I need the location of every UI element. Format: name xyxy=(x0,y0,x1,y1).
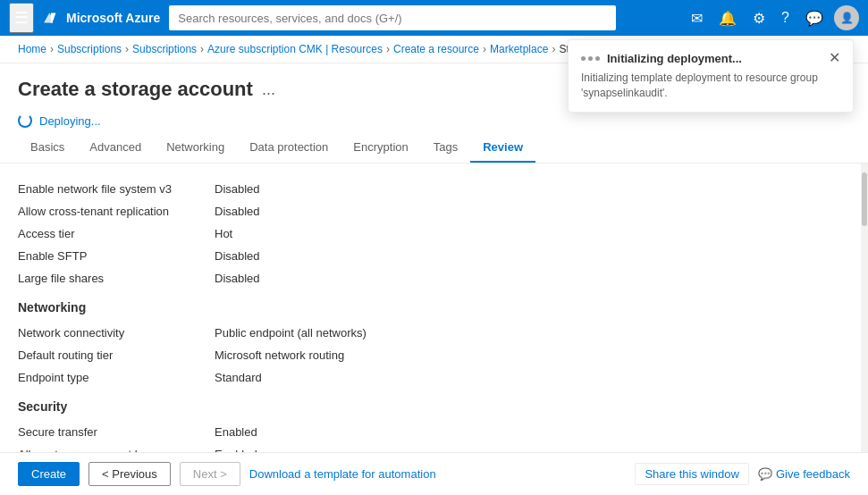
row-sftp: Enable SFTP Disabled xyxy=(18,245,843,267)
download-template-link[interactable]: Download a template for automation xyxy=(249,467,436,481)
breadcrumb-sep-5: › xyxy=(483,43,486,55)
tab-networking[interactable]: Networking xyxy=(154,133,237,163)
label-sftp: Enable SFTP xyxy=(18,249,215,263)
breadcrumb-marketplace[interactable]: Marketplace xyxy=(490,43,548,55)
row-access-tier: Access tier Hot xyxy=(18,222,843,245)
content-area: Enable network file system v3 Disabled A… xyxy=(0,164,868,480)
notification-body: Initializing template deployment to reso… xyxy=(581,71,840,101)
breadcrumb-home[interactable]: Home xyxy=(18,43,46,55)
tab-encryption[interactable]: Encryption xyxy=(341,133,420,163)
row-nfs: Enable network file system v3 Disabled xyxy=(18,178,843,200)
breadcrumb-sep-3: › xyxy=(200,43,204,55)
value-large-file: Disabled xyxy=(215,272,260,285)
value-network-connectivity: Public endpoint (all networks) xyxy=(215,326,367,340)
tab-data-protection[interactable]: Data protection xyxy=(237,133,341,163)
give-feedback-button[interactable]: 💬 Give feedback xyxy=(758,467,850,481)
scrollbar[interactable] xyxy=(861,164,868,480)
row-network-connectivity: Network connectivity Public endpoint (al… xyxy=(18,322,843,344)
value-secure-transfer: Enabled xyxy=(215,425,257,439)
security-section-title: Security xyxy=(18,399,843,414)
breadcrumb-sep-6: › xyxy=(552,43,555,55)
tab-basics[interactable]: Basics xyxy=(18,133,77,163)
value-routing-tier: Microsoft network routing xyxy=(215,348,344,362)
previous-button[interactable]: < Previous xyxy=(88,462,171,486)
dot-2 xyxy=(588,56,593,61)
value-cross-tenant: Disabled xyxy=(215,205,260,218)
breadcrumb-cmk[interactable]: Azure subscription CMK | Resources xyxy=(207,43,383,55)
page-dots-menu[interactable]: ... xyxy=(262,80,275,99)
notification-title-row: Initializing deployment... xyxy=(581,52,742,65)
notification-close-button[interactable]: ✕ xyxy=(829,51,840,65)
topbar-icons: ✉ 🔔 ⚙ ? 💬 👤 xyxy=(686,5,859,30)
content-main: Enable network file system v3 Disabled A… xyxy=(0,164,861,480)
main-container: Create a storage account ... Deploying..… xyxy=(0,63,868,492)
help-button[interactable]: ? xyxy=(776,6,795,29)
notification-dots xyxy=(581,56,600,61)
label-large-file: Large file shares xyxy=(18,272,215,285)
search-input[interactable] xyxy=(169,5,616,30)
label-routing-tier: Default routing tier xyxy=(18,348,215,362)
scrollbar-track xyxy=(861,172,868,489)
breadcrumb-create-resource[interactable]: Create a resource xyxy=(393,43,479,55)
feedback-icon: 💬 xyxy=(758,467,772,481)
row-routing-tier: Default routing tier Microsoft network r… xyxy=(18,344,843,366)
azure-logo-icon xyxy=(43,9,61,27)
next-button: Next > xyxy=(180,462,240,486)
row-large-file: Large file shares Disabled xyxy=(18,267,843,289)
logo-text: Microsoft Azure xyxy=(66,11,160,25)
tab-review[interactable]: Review xyxy=(470,133,535,163)
tabs: Basics Advanced Networking Data protecti… xyxy=(0,133,868,164)
deploying-label: Deploying... xyxy=(39,114,101,128)
row-cross-tenant: Allow cross-tenant replication Disabled xyxy=(18,200,843,222)
hamburger-button[interactable]: ☰ xyxy=(9,3,34,33)
share-window-button[interactable]: Share this window xyxy=(635,463,749,485)
label-network-connectivity: Network connectivity xyxy=(18,326,215,340)
dot-1 xyxy=(581,56,586,61)
deploying-spinner-icon xyxy=(18,113,32,128)
row-endpoint-type: Endpoint type Standard xyxy=(18,366,843,389)
create-button[interactable]: Create xyxy=(18,462,80,486)
value-nfs: Disabled xyxy=(215,182,260,196)
scrollbar-thumb[interactable] xyxy=(862,172,867,226)
row-secure-transfer: Secure transfer Enabled xyxy=(18,421,843,443)
feedback-icon-button[interactable]: 💬 xyxy=(800,6,829,30)
notification-title: Initializing deployment... xyxy=(607,52,742,65)
value-access-tier: Hot xyxy=(215,227,232,240)
page-title: Create a storage account xyxy=(18,78,253,101)
label-cross-tenant: Allow cross-tenant replication xyxy=(18,205,215,218)
notification-button[interactable]: 🔔 xyxy=(713,6,742,30)
tab-advanced[interactable]: Advanced xyxy=(77,133,154,163)
mail-button[interactable]: ✉ xyxy=(686,6,708,30)
networking-section-title: Networking xyxy=(18,300,843,315)
avatar[interactable]: 👤 xyxy=(834,5,859,30)
value-endpoint-type: Standard xyxy=(215,371,262,384)
tab-tags[interactable]: Tags xyxy=(421,133,470,163)
section-networking: Networking Network connectivity Public e… xyxy=(18,300,843,389)
breadcrumb-sep-2: › xyxy=(125,43,129,55)
section-advanced: Enable network file system v3 Disabled A… xyxy=(18,178,843,289)
breadcrumb-sep-4: › xyxy=(386,43,390,55)
value-sftp: Disabled xyxy=(215,249,260,263)
feedback-label: Give feedback xyxy=(776,467,850,481)
breadcrumb-subscriptions-2[interactable]: Subscriptions xyxy=(132,43,197,55)
settings-button[interactable]: ⚙ xyxy=(747,6,771,30)
topbar: ☰ Microsoft Azure ✉ 🔔 ⚙ ? 💬 👤 xyxy=(0,0,868,36)
footer: Create < Previous Next > Download a temp… xyxy=(0,452,868,492)
label-nfs: Enable network file system v3 xyxy=(18,182,215,196)
azure-logo: Microsoft Azure xyxy=(43,9,160,27)
breadcrumb-subscriptions-1[interactable]: Subscriptions xyxy=(57,43,122,55)
label-secure-transfer: Secure transfer xyxy=(18,425,215,439)
notification-header: Initializing deployment... ✕ xyxy=(581,51,840,65)
label-access-tier: Access tier xyxy=(18,227,215,240)
notification-popup: Initializing deployment... ✕ Initializin… xyxy=(568,39,854,113)
breadcrumb-sep-1: › xyxy=(50,43,54,55)
dot-3 xyxy=(595,56,600,61)
label-endpoint-type: Endpoint type xyxy=(18,371,215,384)
